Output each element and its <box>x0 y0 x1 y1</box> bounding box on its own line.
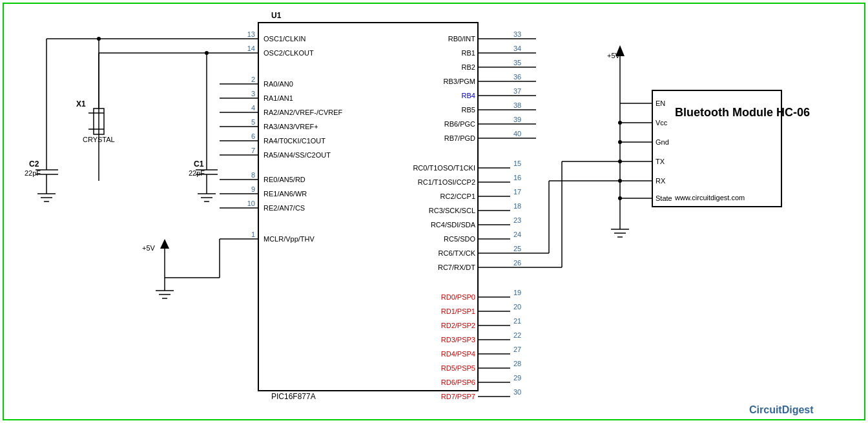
pin38-num: 38 <box>513 101 521 109</box>
pin6-name: RA4/T0CKI/C1OUT <box>264 137 326 145</box>
svg-point-85 <box>618 121 622 125</box>
svg-point-86 <box>618 140 622 144</box>
bt-en-label: EN <box>656 99 665 107</box>
pin23-name: RC4/SDI/SDA <box>431 221 476 229</box>
pin26-num: 26 <box>513 259 521 267</box>
pin18-name: RC3/SCK/SCL <box>429 207 475 214</box>
crystal-label: X1 <box>76 99 86 108</box>
pin15-num: 15 <box>513 160 521 167</box>
pin28-num: 28 <box>513 360 521 367</box>
pin27-name: RD4/PSP4 <box>441 350 475 358</box>
pin39-num: 39 <box>513 116 521 123</box>
pin28-name: RD5/PSP5 <box>441 364 475 372</box>
svg-point-65 <box>205 51 209 55</box>
circuit-diagram: U1 PIC16F877A 13 OSC1/CLKIN 14 OSC2/CLKO… <box>0 0 868 423</box>
c1-value: 22pF <box>189 169 205 177</box>
pin26-name: RC7/RX/DT <box>438 263 475 271</box>
bt-tx-label: TX <box>656 158 665 165</box>
pin17-num: 17 <box>513 188 521 196</box>
pin34-num: 34 <box>513 45 521 52</box>
pin9-name: RE1/AN6/WR <box>264 190 307 198</box>
bt-rx-label: RX <box>656 177 666 185</box>
pin33-num: 33 <box>513 30 521 38</box>
bt-state-label: State <box>656 194 672 202</box>
pin19-name: RD0/PSP0 <box>441 293 475 301</box>
pin14-num: 14 <box>247 45 255 52</box>
pin10-name: RE2/AN7/CS <box>264 204 305 212</box>
pin9-num: 9 <box>251 185 255 193</box>
pin7-num: 7 <box>251 147 255 154</box>
pin4-num: 4 <box>251 104 255 112</box>
pin13-num: 13 <box>247 30 255 38</box>
pin18-num: 18 <box>513 202 521 210</box>
pin5-name: RA3/AN3/VREF+ <box>264 123 318 130</box>
pin40-num: 40 <box>513 130 521 138</box>
pin25-num: 25 <box>513 245 521 253</box>
pin37-name: RB4 <box>462 92 475 99</box>
pin30-num: 30 <box>513 388 521 396</box>
pin24-num: 24 <box>513 231 521 238</box>
pin19-num: 19 <box>513 289 521 296</box>
pin21-name: RD2/PSP2 <box>441 322 475 329</box>
pin30-name: RD7/PSP7 <box>441 393 475 400</box>
pin6-num: 6 <box>251 132 255 140</box>
c2-value: 22pF <box>25 169 41 177</box>
pin24-name: RC5/SDO <box>444 235 475 243</box>
pin13-name: OSC1/CLKIN <box>264 35 305 43</box>
pin1-name: MCLR/Vpp/THV <box>264 235 315 243</box>
pin8-name: RE0/AN5/RD <box>264 176 305 183</box>
pin5-num: 5 <box>251 118 255 126</box>
pin23-num: 23 <box>513 216 521 224</box>
pin33-name: RB0/INT <box>448 35 475 43</box>
ic-name: PIC16F877A <box>271 392 316 401</box>
pin8-num: 8 <box>251 171 255 179</box>
pin10-num: 10 <box>247 200 255 207</box>
pin2-num: 2 <box>251 76 255 83</box>
pin36-num: 36 <box>513 73 521 81</box>
pin22-name: RD3/PSP3 <box>441 336 475 344</box>
c1-label: C1 <box>194 160 204 169</box>
ic-label: U1 <box>271 11 282 20</box>
bt-url: www.circuitdigest.com <box>674 194 745 201</box>
pin34-name: RB1 <box>462 49 475 57</box>
c2-label: C2 <box>29 160 39 169</box>
pin27-num: 27 <box>513 346 521 353</box>
pin7-name: RA5/AN4/SS/C2OUT <box>264 151 331 159</box>
svg-marker-83 <box>615 45 625 56</box>
bt-gnd-label: Gnd <box>656 138 669 146</box>
pin22-num: 22 <box>513 331 521 339</box>
bt-label: Bluetooth Module HC-06 <box>675 106 810 119</box>
pin15-name: RC0/T1OSO/T1CKI <box>413 164 475 172</box>
pin39-name: RB6/PGC <box>444 120 475 128</box>
svg-point-63 <box>97 37 101 41</box>
svg-point-89 <box>618 196 622 200</box>
pin20-name: RD1/PSP1 <box>441 307 475 315</box>
power-label-crystal: +5V <box>142 244 156 252</box>
pin4-name: RA2/AN2/VREF-/CVREF <box>264 108 343 116</box>
pin37-num: 37 <box>513 87 521 95</box>
pin40-name: RB7/PGD <box>444 134 475 142</box>
pin29-num: 29 <box>513 374 521 382</box>
pin35-num: 35 <box>513 59 521 67</box>
svg-marker-67 <box>160 239 169 249</box>
pin1-num: 1 <box>251 231 255 238</box>
pin25-name: RC6/TX/CK <box>439 249 476 257</box>
pin38-name: RB5 <box>462 106 475 114</box>
pin16-num: 16 <box>513 174 521 181</box>
pin29-name: RD6/PSP6 <box>441 378 475 386</box>
pin2-name: RA0/AN0 <box>264 80 293 88</box>
pin36-name: RB3/PGM <box>443 77 475 85</box>
pin3-num: 3 <box>251 90 255 98</box>
pin17-name: RC2/CCP1 <box>440 192 475 200</box>
pin20-num: 20 <box>513 303 521 311</box>
pin35-name: RB2 <box>462 63 475 71</box>
pin21-num: 21 <box>513 317 521 325</box>
pin3-name: RA1/AN1 <box>264 94 293 102</box>
pin14-name: OSC2/CLKOUT <box>264 49 314 57</box>
brand: CircuitDigest <box>749 404 814 415</box>
pin16-name: RC1/T1OSI/CCP2 <box>418 178 475 186</box>
bt-vcc-label: Vcc <box>656 119 668 127</box>
